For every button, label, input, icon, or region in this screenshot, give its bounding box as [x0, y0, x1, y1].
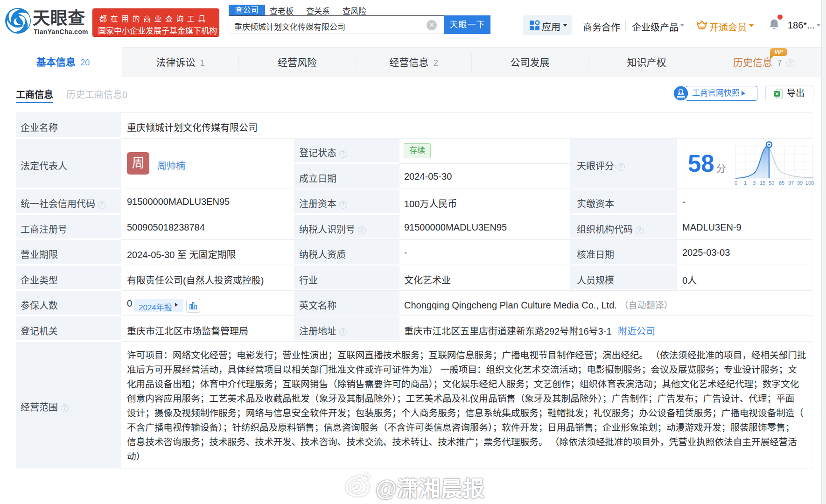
svg-text:15: 15	[760, 180, 765, 185]
svg-text:97: 97	[788, 180, 794, 185]
svg-text:85: 85	[779, 180, 784, 185]
svg-text:50: 50	[769, 180, 774, 185]
svg-text:0: 0	[735, 180, 737, 185]
svg-text:99: 99	[797, 180, 803, 185]
svg-text:1: 1	[744, 180, 747, 185]
svg-text:100: 100	[805, 180, 814, 185]
svg-text:3: 3	[753, 180, 756, 185]
